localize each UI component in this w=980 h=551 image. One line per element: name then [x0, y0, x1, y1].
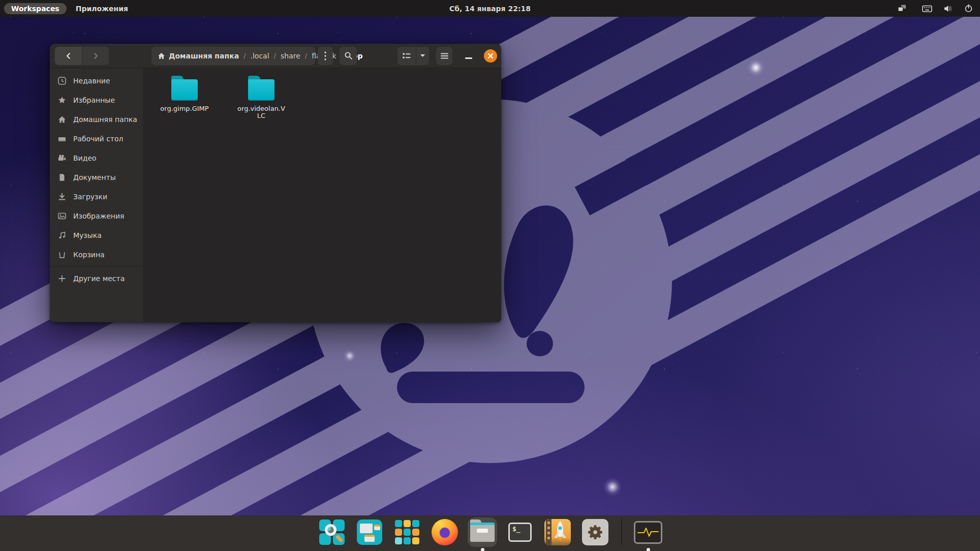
system-monitor-icon [634, 521, 662, 544]
chevron-left-icon [65, 52, 73, 60]
breadcrumb-separator: / [274, 52, 276, 59]
chevron-right-icon [91, 52, 100, 60]
dock-item-settings[interactable] [580, 517, 610, 547]
terminal-icon: $_ [508, 523, 532, 542]
list-view-icon [403, 52, 411, 59]
breadcrumb-separator: / [243, 52, 246, 59]
file-list-area[interactable]: org.gimp.GIMP org.videolan.VLC [144, 68, 501, 322]
dock-item-firefox[interactable] [430, 517, 460, 547]
path-menu-button[interactable] [318, 47, 333, 65]
kebab-menu-icon [324, 51, 326, 60]
recent-icon [58, 77, 66, 85]
sidebar-item-music[interactable]: Музыка [50, 226, 143, 245]
back-button[interactable] [55, 47, 82, 65]
sidebar-item-documents[interactable]: Документы [50, 168, 143, 187]
sidebar-item-videos[interactable]: Видео [50, 148, 143, 168]
home-icon [158, 52, 165, 59]
view-mode-button[interactable] [397, 47, 416, 65]
forward-button[interactable] [82, 47, 109, 65]
file-label: org.videolan.VLC [237, 105, 286, 120]
file-label: org.gimp.GIMP [160, 105, 209, 112]
close-button[interactable] [484, 49, 497, 63]
view-options-dropdown[interactable] [416, 47, 429, 65]
gear-icon [582, 519, 608, 545]
top-bar: Workspaces Приложения Сб, 14 января 22:1… [0, 0, 980, 17]
headerbar: Домашняя папка / .local / share / flatpa… [50, 44, 501, 68]
clock[interactable]: Сб, 14 января 22:18 [449, 5, 531, 13]
folder-org-gimp-gimp[interactable]: org.gimp.GIMP [155, 74, 215, 112]
files-icon [470, 523, 495, 542]
minimize-button[interactable] [464, 47, 474, 65]
star-icon [58, 96, 66, 104]
keyboard-icon[interactable] [922, 5, 932, 13]
download-icon [58, 193, 66, 201]
folder-icon [171, 79, 198, 101]
sidebar-item-pictures[interactable]: Изображения [50, 206, 143, 226]
minimize-icon [465, 57, 472, 59]
workspaces-button[interactable]: Workspaces [4, 3, 67, 14]
breadcrumb-separator: / [305, 52, 307, 59]
dock-item-terminal[interactable]: $_ [505, 517, 535, 547]
applications-button[interactable]: Приложения [69, 3, 135, 14]
trash-icon [58, 251, 66, 259]
chevron-down-icon [420, 54, 425, 57]
breadcrumb-home-segment[interactable]: Домашняя папка [158, 52, 239, 60]
hamburger-menu-button[interactable] [436, 47, 452, 65]
app-finder-icon [319, 519, 345, 545]
dock-item-rocket-launcher[interactable] [543, 517, 572, 547]
dock-item-files[interactable] [468, 517, 497, 547]
power-icon[interactable] [964, 4, 973, 13]
app-grid-icon [395, 520, 419, 544]
desktop-icon [58, 135, 66, 143]
dock-separator [621, 518, 622, 545]
file-manager-window: Домашняя папка / .local / share / flatpa… [50, 44, 501, 322]
dock-item-app-finder[interactable] [317, 517, 347, 547]
places-sidebar: Недавние Избранные Домашняя папка Рабочи… [50, 68, 144, 322]
sidebar-item-home[interactable]: Домашняя папка [50, 110, 143, 129]
breadcrumb-segment[interactable]: .local [251, 52, 269, 60]
search-icon [344, 51, 353, 60]
folder-icon [248, 79, 274, 101]
sidebar-separator [50, 266, 143, 267]
dock-item-app-grid[interactable] [392, 517, 422, 547]
firefox-icon [432, 519, 458, 545]
sidebar-item-desktop[interactable]: Рабочий стол [50, 129, 143, 148]
network-icon[interactable] [897, 4, 907, 13]
rocket-icon [544, 519, 571, 545]
dock-item-system-monitor[interactable] [633, 517, 663, 547]
video-icon [58, 154, 66, 162]
breadcrumb-segment[interactable]: share [281, 52, 300, 60]
document-icon [58, 173, 66, 181]
search-button[interactable] [340, 47, 357, 65]
dock-item-window-tiler[interactable] [355, 517, 384, 547]
home-icon [58, 115, 66, 124]
image-icon [58, 212, 66, 220]
sidebar-item-downloads[interactable]: Загрузки [50, 187, 143, 206]
hamburger-icon [441, 53, 448, 59]
volume-icon[interactable] [943, 5, 953, 13]
breadcrumb[interactable]: Домашняя папка / .local / share / flatpa… [151, 47, 315, 65]
window-tiler-icon [357, 519, 382, 545]
music-icon [58, 231, 66, 239]
dock: $_ [0, 515, 980, 551]
folder-org-videolan-vlc[interactable]: org.videolan.VLC [231, 74, 291, 120]
sidebar-item-starred[interactable]: Избранные [50, 90, 143, 110]
sidebar-item-recent[interactable]: Недавние [50, 71, 143, 90]
sidebar-item-other-locations[interactable]: Другие места [50, 269, 143, 288]
sidebar-item-trash[interactable]: Корзина [50, 245, 143, 264]
plus-icon [58, 274, 66, 283]
close-icon [487, 53, 494, 59]
